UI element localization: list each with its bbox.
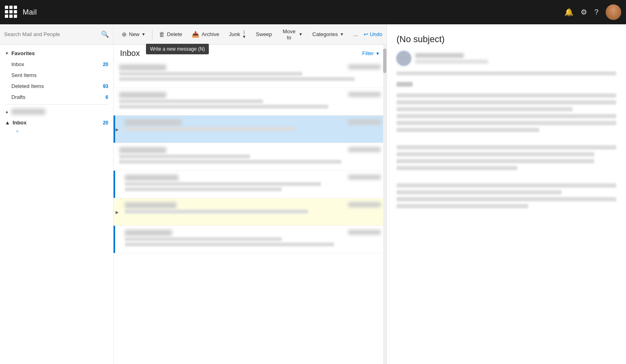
reading-tag — [397, 82, 413, 87]
nav-collapse-button[interactable]: ^ — [0, 128, 113, 136]
settings-icon[interactable]: ⚙ — [581, 8, 587, 17]
inbox-title: Inbox — [120, 49, 140, 58]
scrollbar-thumb[interactable] — [383, 49, 386, 73]
email-item[interactable]: Sender Name Here date — [114, 88, 386, 116]
unread-bar — [114, 171, 115, 198]
email-row1: Selected Sender Name date — [119, 120, 381, 126]
email-row1: Sender Name Here date — [119, 230, 381, 236]
sub-inbox-count: 20 — [103, 120, 108, 126]
body-spacer — [397, 135, 616, 143]
email-sender: Selected Sender Name — [125, 120, 182, 126]
move-to-chevron-icon: ▼ — [298, 32, 302, 36]
email-row1: Yellow Sender Name date — [119, 202, 381, 208]
undo-label: Undo — [370, 31, 382, 37]
new-button[interactable]: ⊕ New ▼ — [118, 29, 150, 40]
top-bar-icons: 🔔 ⚙ ? — [564, 4, 621, 20]
reading-body — [397, 93, 616, 208]
avatar-face — [606, 4, 621, 20]
email-item[interactable]: Sender Name Here date — [114, 143, 386, 171]
body-line — [397, 190, 562, 195]
body-line — [397, 152, 594, 156]
deleted-items-count: 93 — [103, 84, 108, 89]
email-date: date — [348, 202, 381, 207]
sub-inbox-chevron: ▲ — [5, 120, 10, 126]
search-input[interactable] — [4, 31, 98, 37]
delete-button[interactable]: 🗑 Delete — [155, 29, 187, 40]
unread-bar — [114, 116, 115, 143]
body-line — [397, 159, 594, 163]
new-label: New — [129, 31, 139, 37]
archive-button[interactable]: 📥 Archive — [188, 29, 223, 40]
move-to-button[interactable]: Move to ▼ — [278, 26, 307, 43]
email-item[interactable]: Sender Name Here date — [114, 60, 386, 88]
filter-chevron-icon: ▼ — [375, 51, 380, 56]
app-grid-icon[interactable] — [5, 6, 18, 19]
favorites-header[interactable]: ▼ Favorites — [0, 48, 113, 59]
sender-details — [415, 53, 616, 64]
email-date: date — [348, 92, 381, 97]
sidebar-item-inbox-fav[interactable]: Inbox 20 — [0, 59, 113, 70]
email-row1: Unread Sender Name date — [119, 175, 381, 181]
email-subject-blurred — [119, 154, 250, 158]
email-list: Sender Name Here date Sender Name Here d… — [114, 60, 386, 360]
help-icon[interactable]: ? — [594, 8, 598, 17]
email-preview-blurred — [125, 187, 282, 191]
sender-name-blurred — [415, 53, 464, 58]
email-row1: Sender Name Here date — [119, 64, 381, 71]
body-line — [397, 166, 517, 170]
body-line — [397, 93, 616, 98]
email-subject-blurred — [125, 210, 308, 214]
email-date: date — [348, 175, 381, 180]
email-date: date — [348, 147, 381, 152]
sent-items-label: Sent Items — [11, 72, 108, 78]
sweep-label: Sweep — [256, 31, 272, 37]
toolbar-divider-1 — [152, 30, 152, 39]
undo-button[interactable]: ↩ Undo — [364, 31, 382, 37]
account-section-header[interactable]: ▲ accountname — [0, 106, 113, 117]
email-item-unread[interactable]: Unread Sender Name date — [114, 171, 386, 198]
sidebar-item-deleted-items[interactable]: Deleted Items 93 — [0, 81, 113, 92]
email-date: date — [348, 230, 381, 235]
sidebar-item-drafts[interactable]: Drafts 6 — [0, 92, 113, 103]
email-item[interactable]: Sender Name Here date — [114, 226, 386, 253]
search-bar: 🔍 — [0, 24, 113, 45]
sub-inbox-section[interactable]: ▲ Inbox 20 — [0, 117, 113, 128]
sidebar-item-sent-items[interactable]: Sent Items — [0, 70, 113, 81]
junk-label: Junk — [229, 31, 240, 37]
drafts-label: Drafts — [11, 94, 105, 100]
more-button[interactable]: ... — [349, 29, 362, 39]
email-date: date — [348, 64, 381, 69]
email-sender: Unread Sender Name — [125, 175, 178, 181]
reading-line-1 — [397, 71, 616, 75]
collapse-chevron-icon: ^ — [16, 130, 18, 135]
new-dropdown-icon: ▼ — [141, 32, 146, 36]
new-icon: ⊕ — [122, 31, 127, 38]
drafts-count: 6 — [105, 94, 108, 100]
inbox-fav-label: Inbox — [11, 61, 103, 67]
app-title: Mail — [23, 8, 560, 17]
email-item-yellow[interactable]: ▶ Yellow Sender Name date — [114, 198, 386, 226]
reading-pane-title: (No subject) — [397, 34, 616, 45]
junk-button[interactable]: Junk |▼ — [225, 28, 250, 41]
email-item-selected[interactable]: ▶ Selected Sender Name date — [114, 116, 386, 143]
email-date: date — [348, 120, 381, 124]
favorites-chevron: ▼ — [5, 51, 9, 56]
bell-icon[interactable]: 🔔 — [564, 8, 573, 17]
filter-button[interactable]: Filter ▼ — [362, 50, 380, 56]
email-subject-blurred — [119, 72, 302, 76]
top-bar: Mail 🔔 ⚙ ? — [0, 0, 626, 24]
body-line — [397, 128, 539, 132]
body-line — [397, 107, 572, 111]
sweep-button[interactable]: Sweep — [252, 29, 276, 39]
search-button[interactable]: 🔍 — [101, 30, 109, 38]
email-subject-blurred — [125, 127, 295, 131]
sender-avatar — [397, 51, 411, 66]
avatar[interactable] — [606, 4, 621, 20]
email-sender: Sender Name Here — [119, 92, 166, 98]
categories-button[interactable]: Categories ▼ — [308, 29, 348, 39]
archive-icon: 📥 — [192, 31, 199, 38]
email-sender: Sender Name Here — [119, 64, 166, 71]
scrollbar-track[interactable] — [383, 45, 386, 364]
move-to-label: Move to — [282, 28, 297, 41]
archive-label: Archive — [202, 31, 219, 37]
